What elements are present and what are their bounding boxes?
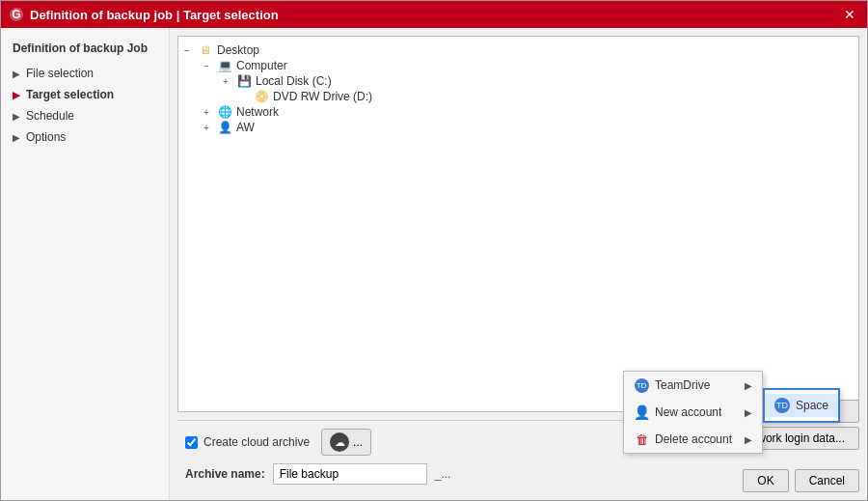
sidebar-item-schedule[interactable]: ▶ Schedule <box>1 105 169 126</box>
expander-icon: + <box>203 123 215 133</box>
submenu-item-space[interactable]: TD Space <box>765 394 838 417</box>
chevron-right-icon: ▶ <box>13 132 22 142</box>
teamdrive-icon: TD <box>634 377 649 393</box>
chevron-right-active-icon: ▶ <box>13 90 22 99</box>
dvd-icon: 📀 <box>254 90 269 103</box>
dropdown-item-delete-account[interactable]: 🗑 Delete account ▶ <box>624 426 762 453</box>
chevron-right-icon: ▶ <box>745 407 752 418</box>
cloud-dropdown-button[interactable]: ☁ ... <box>321 429 371 456</box>
user-icon: 👤 <box>217 121 232 134</box>
archive-name-label: Archive name: <box>185 467 265 481</box>
tree-item-local-disk[interactable]: + 💾 Local Disk (C:) <box>184 73 853 89</box>
expander-icon: + <box>203 107 215 118</box>
tree-label: Local Disk (C:) <box>256 74 332 88</box>
sidebar-item-file-selection[interactable]: ▶ File selection <box>1 63 169 84</box>
tree-item-computer[interactable]: − 💻 Computer <box>184 58 853 73</box>
archive-name-input[interactable] <box>273 463 427 485</box>
app-icon: G <box>9 7 24 22</box>
tree-label: Computer <box>236 59 287 72</box>
cloud-archive-checkbox[interactable] <box>185 436 198 449</box>
chevron-right-icon: ▶ <box>745 434 752 445</box>
sidebar-title: Definition of backup Job <box>1 38 169 63</box>
tree-item-desktop[interactable]: − 🖥 Desktop <box>184 42 853 58</box>
drive-icon: 💾 <box>236 74 252 88</box>
teamdrive-sub-icon: TD <box>774 398 790 413</box>
close-button[interactable]: ✕ <box>840 5 859 24</box>
new-account-icon: 👤 <box>634 404 649 420</box>
tree-item-network[interactable]: + 🌐 Network <box>184 104 853 120</box>
title-bar: G Definition of backup job | Target sele… <box>1 1 867 28</box>
sidebar-item-label: Options <box>26 130 66 144</box>
cloud-dropdown-label: ... <box>353 435 363 449</box>
sidebar-item-label: File selection <box>26 67 94 80</box>
content-area: Definition of backup Job ▶ File selectio… <box>1 28 867 500</box>
dropdown-new-account-label: New account <box>655 405 721 419</box>
network-icon: 🌐 <box>217 105 232 119</box>
chevron-right-icon: ▶ <box>13 69 22 78</box>
tree-label: Network <box>236 105 279 119</box>
chevron-right-icon: ▶ <box>745 380 752 391</box>
expander-icon: + <box>223 76 234 87</box>
sidebar-item-target-selection[interactable]: ▶ Target selection <box>1 84 169 105</box>
expander-icon: − <box>184 45 196 56</box>
tree-item-dvd-drive[interactable]: 📀 DVD RW Drive (D:) <box>184 89 853 104</box>
delete-account-icon: 🗑 <box>634 431 649 447</box>
sidebar-item-options[interactable]: ▶ Options <box>1 126 169 148</box>
submenu-space-label: Space <box>796 399 828 412</box>
tree-label: AW <box>236 121 255 134</box>
main-window: G Definition of backup job | Target sele… <box>0 0 868 501</box>
cancel-button[interactable]: Cancel <box>795 469 859 492</box>
submenu: TD Space <box>763 388 840 423</box>
window-title: Definition of backup job | Target select… <box>30 8 840 22</box>
dropdown-delete-account-label: Delete account <box>655 432 732 446</box>
dropdown-teamdrive-label: TeamDrive <box>655 378 710 392</box>
archive-suffix: _... <box>435 467 451 481</box>
sidebar-item-label: Schedule <box>26 109 74 123</box>
main-area: − 🖥 Desktop − 💻 Computer + 💾 Local Disk … <box>170 28 867 500</box>
dropdown-menu: TD TeamDrive ▶ 👤 New account ▶ 🗑 <box>623 371 763 454</box>
svg-text:G: G <box>12 8 20 21</box>
tree-container[interactable]: − 🖥 Desktop − 💻 Computer + 💾 Local Disk … <box>177 36 859 412</box>
computer-icon: 💻 <box>217 59 232 72</box>
folder-icon: 🖥 <box>198 43 213 57</box>
cloud-archive-label: Create cloud archive <box>203 435 310 449</box>
ok-button[interactable]: OK <box>743 469 788 492</box>
cloud-icon: ☁ <box>330 432 349 452</box>
sidebar-item-label: Target selection <box>26 88 114 101</box>
tree-label: DVD RW Drive (D:) <box>273 90 372 103</box>
ok-cancel-row: OK Cancel <box>743 469 859 492</box>
expander-icon: − <box>203 61 215 71</box>
tree-label: Desktop <box>217 43 259 57</box>
dropdown-item-teamdrive[interactable]: TD TeamDrive ▶ <box>624 372 762 399</box>
tree-item-aw[interactable]: + 👤 AW <box>184 120 853 135</box>
dropdown-item-new-account[interactable]: 👤 New account ▶ <box>624 399 762 426</box>
sidebar: Definition of backup Job ▶ File selectio… <box>1 28 170 500</box>
chevron-right-icon: ▶ <box>13 111 22 121</box>
